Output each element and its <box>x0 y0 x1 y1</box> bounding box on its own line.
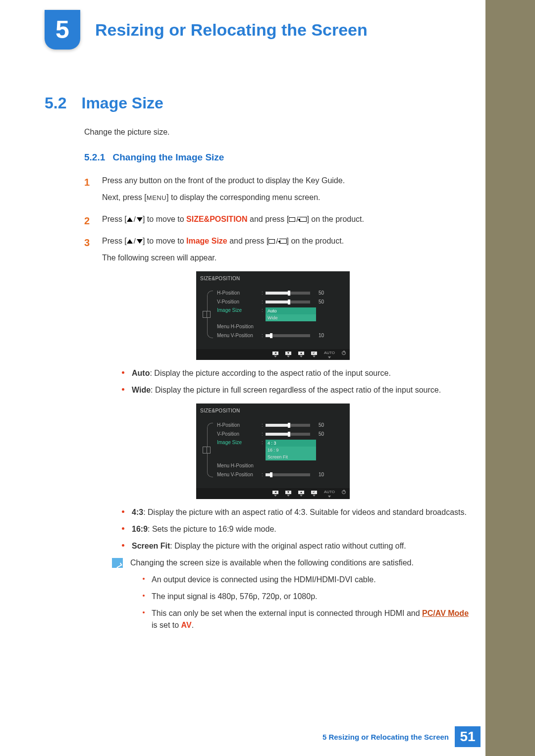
step-number: 2 <box>84 213 93 230</box>
section-number: 5.2 <box>45 94 66 112</box>
rect-icon <box>289 217 295 222</box>
osd-slider <box>266 301 310 303</box>
osd-screenshot-2: SIZE&POSITION H-Position:50 V-Position:5… <box>196 403 350 499</box>
step-number: 3 <box>84 235 93 636</box>
content-area: Change the picture size. 5.2.1 Changing … <box>84 126 476 641</box>
step-1-line-1: Press any button on the front of the pro… <box>102 175 476 187</box>
osd-footer-enter-icon: ↵ <box>311 491 317 497</box>
select-enter-icon: / <box>268 237 286 245</box>
triangle-up-icon <box>127 217 133 222</box>
osd-slider <box>266 473 310 476</box>
osd-dropdown: 4 : 316 : 9Screen Fit <box>266 440 316 460</box>
section-intro: Change the picture size. <box>84 126 476 138</box>
osd-footer: ◄ ▼ ▲ ↵ AUTO <box>196 488 350 499</box>
note-item-3: This can only be set when the external i… <box>143 607 476 631</box>
step-1: 1 Press any button on the front of the p… <box>84 175 476 208</box>
bullet-169: 16:9: Sets the picture to 16:9 wide mode… <box>122 523 476 535</box>
osd-slider <box>266 334 310 337</box>
osd-footer: ◄ ▼ ▲ ↵ AUTO <box>196 349 350 360</box>
note-item-1: An output device is connected using the … <box>143 574 476 586</box>
enter-icon <box>299 217 307 222</box>
bullet-list-1: Auto: Display the picture according to t… <box>122 367 476 396</box>
triangle-down-icon <box>137 239 143 244</box>
osd-label-imgsize: Image Size <box>217 439 262 446</box>
osd-label-mvpos: Menu V-Position <box>217 332 262 339</box>
step-3-line-2: The following screen will appear. <box>102 252 476 264</box>
chapter-title: Resizing or Relocating the Screen <box>95 20 368 40</box>
bullet-list-2: 4:3: Display the picture with an aspect … <box>122 506 476 552</box>
subsection-number: 5.2.1 <box>84 152 105 162</box>
osd-footer-up-icon: ▲ <box>298 491 304 497</box>
subsection-title: Changing the Image Size <box>113 152 224 162</box>
osd-title: SIZE&POSITION <box>196 403 350 418</box>
rect-icon <box>268 239 275 244</box>
keyword-av: AV <box>181 621 192 629</box>
osd-footer-power-icon <box>342 490 346 497</box>
bullet-wide: Wide: Display the picture in full screen… <box>122 384 476 396</box>
chapter-header: 5 Resizing or Relocating the Screen <box>45 10 368 50</box>
osd-dropdown: AutoWide <box>266 307 316 321</box>
osd-footer-down-icon: ▼ <box>285 352 291 357</box>
note-block: Changing the screen size is available wh… <box>112 557 476 636</box>
osd-footer-enter-icon: ↵ <box>311 352 317 357</box>
section-title: Image Size <box>81 94 163 112</box>
osd-footer-power-icon <box>342 351 346 357</box>
up-down-icon: / <box>127 237 143 245</box>
osd-label-hpos: H-Position <box>217 421 262 429</box>
menu-icon: MENU <box>147 194 166 202</box>
osd-option-wide: Wide <box>266 314 316 321</box>
osd-label-hpos: H-Position <box>217 289 262 297</box>
osd-footer-auto: AUTO <box>324 350 335 358</box>
bullet-screenfit: Screen Fit: Display the picture with the… <box>122 540 476 552</box>
step-3-line-1: Press [/] to move to Image Size and pres… <box>102 235 476 247</box>
osd-label-imgsize: Image Size <box>217 306 262 314</box>
osd-category-icon <box>203 311 211 318</box>
sidebar-strip <box>485 0 535 756</box>
select-enter-icon: / <box>289 215 307 223</box>
keyword-image-size: Image Size <box>186 237 227 245</box>
osd-label-mvpos: Menu V-Position <box>217 471 262 478</box>
note-icon <box>112 558 123 568</box>
footer-text: 5 Resizing or Relocating the Screen <box>322 733 449 741</box>
enter-icon <box>279 239 287 244</box>
step-2: 2 Press [/] to move to SIZE&POSITION and… <box>84 213 476 230</box>
up-down-icon: / <box>127 215 143 223</box>
osd-option-169: 16 : 9 <box>266 447 316 454</box>
note-bullet-list: An output device is connected using the … <box>143 574 476 631</box>
keyword-size-position: SIZE&POSITION <box>186 215 248 223</box>
chapter-number-badge: 5 <box>45 10 80 50</box>
note-item-2: The input signal is 480p, 576p, 720p, or… <box>143 591 476 603</box>
footer-page-number: 51 <box>455 726 481 747</box>
osd-label-mhpos: Menu H-Position <box>217 462 262 469</box>
bullet-auto: Auto: Display the picture according to t… <box>122 367 476 379</box>
triangle-down-icon <box>137 217 143 222</box>
osd-footer-auto: AUTO <box>324 489 335 498</box>
step-2-line: Press [/] to move to SIZE&POSITION and p… <box>102 213 476 225</box>
pc-av-mode-link[interactable]: PC/AV Mode <box>422 609 469 617</box>
osd-footer-down-icon: ▼ <box>285 491 291 497</box>
steps-list: 1 Press any button on the front of the p… <box>84 175 476 636</box>
note-lead: Changing the screen size is available wh… <box>130 557 476 569</box>
bullet-43: 4:3: Display the picture with an aspect … <box>122 506 476 518</box>
osd-option-43: 4 : 3 <box>266 440 316 447</box>
osd-label-mhpos: Menu H-Position <box>217 323 262 330</box>
osd-category-icon <box>203 447 211 454</box>
osd-footer-left-icon: ◄ <box>272 491 278 497</box>
osd-footer-left-icon: ◄ <box>272 352 278 357</box>
osd-label-vpos: V-Position <box>217 298 262 305</box>
osd-footer-up-icon: ▲ <box>298 352 304 357</box>
osd-slider <box>266 292 310 295</box>
triangle-up-icon <box>127 239 133 244</box>
step-number: 1 <box>84 175 93 208</box>
osd-label-vpos: V-Position <box>217 430 262 438</box>
osd-screenshot-1: SIZE&POSITION H-Position:50 V-Position:5… <box>196 271 350 360</box>
page-footer: 5 Resizing or Relocating the Screen 51 <box>322 726 481 747</box>
osd-option-screenfit: Screen Fit <box>266 454 316 460</box>
section-header: 5.2 Image Size <box>45 94 163 112</box>
osd-slider <box>266 424 310 427</box>
subsection-header: 5.2.1 Changing the Image Size <box>84 151 476 165</box>
osd-option-auto: Auto <box>266 307 316 314</box>
osd-title: SIZE&POSITION <box>196 271 350 286</box>
step-1-line-2: Next, press [MENU] to display the corres… <box>102 192 476 203</box>
step-3: 3 Press [/] to move to Image Size and pr… <box>84 235 476 636</box>
